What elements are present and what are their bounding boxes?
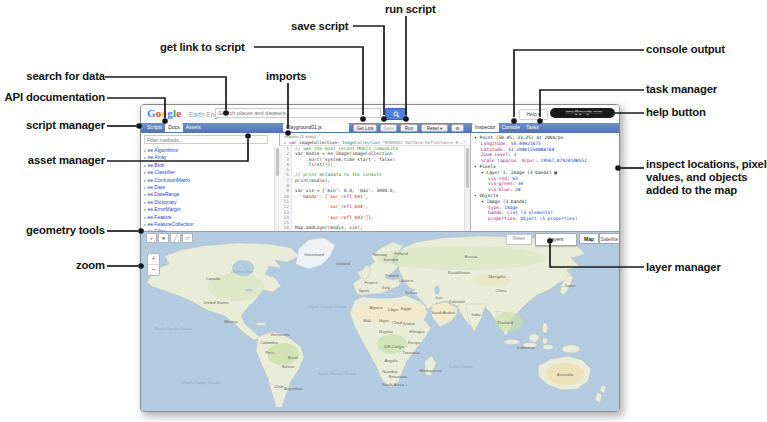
callout-inspect-map: inspect locations, pixel values, and obj… bbox=[646, 158, 767, 197]
svg-text:Greenland: Greenland bbox=[304, 252, 324, 257]
help-button[interactable]: Help ▾ bbox=[519, 109, 548, 120]
imports-variable-line[interactable]: ▸ var imageCollection: ImageCollection "… bbox=[284, 140, 470, 146]
filter-methods-input[interactable] bbox=[144, 135, 268, 144]
tab-assets[interactable]: Assets bbox=[183, 123, 204, 132]
maptype-satellite-button[interactable]: Satellite bbox=[599, 233, 620, 244]
tab-inspector[interactable]: Inspector bbox=[472, 123, 499, 132]
svg-text:Iceland: Iceland bbox=[336, 261, 350, 266]
zoom-control: + − bbox=[147, 253, 160, 276]
svg-text:Colombia: Colombia bbox=[260, 340, 278, 345]
layers-button[interactable]: Layers bbox=[535, 233, 577, 246]
callout-api-documentation: API documentation bbox=[0, 91, 105, 104]
svg-text:Tanzania: Tanzania bbox=[403, 350, 420, 355]
svg-text:Mongolia: Mongolia bbox=[489, 274, 507, 279]
svg-text:Indonesia: Indonesia bbox=[517, 345, 536, 350]
svg-text:Finland: Finland bbox=[394, 251, 408, 256]
docs-list-item[interactable]: ▸ ee.Algorithms bbox=[144, 147, 270, 154]
svg-text:Turkey: Turkey bbox=[405, 290, 419, 295]
polygon-tool[interactable]: ▱ bbox=[182, 233, 193, 243]
svg-text:Egypt: Egypt bbox=[401, 306, 413, 311]
docs-list-item[interactable]: ▸ ee.DateRange bbox=[144, 191, 270, 198]
svg-text:DR Congo: DR Congo bbox=[384, 344, 404, 349]
docs-list-item[interactable]: ▸ ee.Blob bbox=[144, 162, 270, 169]
point-tool[interactable]: ● bbox=[158, 233, 169, 243]
svg-text:Botswana: Botswana bbox=[389, 374, 408, 379]
world-map[interactable]: GreenlandIcelandCanadaHudson BayUnited S… bbox=[141, 232, 619, 412]
svg-text:Hudson Bay: Hudson Bay bbox=[230, 269, 253, 274]
zoom-in-button[interactable]: + bbox=[148, 254, 159, 265]
svg-text:Pakistan: Pakistan bbox=[449, 299, 466, 304]
svg-text:Spain: Spain bbox=[359, 288, 370, 293]
svg-text:Argentina: Argentina bbox=[284, 386, 303, 391]
earth-engine-window: Google Earth Engine Help ▾ name@google.c… bbox=[140, 104, 620, 412]
svg-text:Bolivia: Bolivia bbox=[282, 364, 295, 369]
save-button[interactable]: Save bbox=[380, 124, 397, 132]
tab-console[interactable]: Console bbox=[499, 123, 523, 132]
svg-text:Kazakhstan: Kazakhstan bbox=[448, 270, 471, 275]
svg-text:Sweden: Sweden bbox=[383, 257, 399, 262]
tab-script-filename[interactable]: Playground01.js bbox=[283, 123, 349, 132]
docs-list-item[interactable]: ▸ ee.ConfusionMatrix bbox=[144, 177, 270, 184]
pan-hand-tool[interactable]: + bbox=[146, 233, 157, 243]
tab-docs[interactable]: Docs bbox=[165, 123, 182, 132]
svg-text:Brazil: Brazil bbox=[288, 355, 299, 360]
svg-text:Sudan: Sudan bbox=[403, 321, 416, 326]
imports-section[interactable]: Imports (1 entry) ▸ var imageCollection:… bbox=[280, 133, 470, 146]
figure-canvas: Google Earth Engine Help ▾ name@google.c… bbox=[0, 0, 767, 422]
line-tool[interactable]: ╱ bbox=[170, 233, 181, 243]
settings-gear-icon[interactable]: ⚙ bbox=[451, 124, 464, 132]
callout-zoom: zoom bbox=[0, 259, 105, 272]
docs-list-item[interactable]: ▸ ee.Array bbox=[144, 154, 270, 161]
callout-run-script: run script bbox=[385, 3, 436, 16]
docs-list-item[interactable]: ▸ ee.Date bbox=[144, 184, 270, 191]
account-button[interactable]: name@google.com bbox=[550, 108, 615, 118]
maptype-map-button[interactable]: Map bbox=[579, 233, 599, 244]
search-input[interactable] bbox=[215, 108, 381, 118]
callout-task-manager: task manager bbox=[646, 83, 717, 96]
code-lines[interactable]: 1// use the most recent MODIS composite2… bbox=[280, 146, 470, 231]
svg-text:Saudi Arabia: Saudi Arabia bbox=[431, 310, 455, 315]
docs-list-item[interactable]: ▸ ee.Classifier bbox=[144, 169, 270, 176]
svg-text:Niger: Niger bbox=[379, 318, 390, 323]
callout-imports: imports bbox=[266, 70, 306, 83]
tab-tasks[interactable]: Tasks bbox=[523, 123, 542, 132]
svg-text:Australia: Australia bbox=[557, 372, 574, 377]
top-bar: Google Earth Engine Help ▾ name@google.c… bbox=[141, 105, 619, 124]
svg-text:Japan: Japan bbox=[564, 283, 576, 288]
svg-text:Poland: Poland bbox=[385, 273, 399, 278]
docs-list-item[interactable]: ▸ ee.Feature bbox=[144, 214, 270, 221]
docs-list-item[interactable]: ▸ ee.Dictionary bbox=[144, 199, 270, 206]
zoom-out-button[interactable]: − bbox=[148, 265, 159, 275]
svg-text:Libya: Libya bbox=[388, 307, 399, 312]
svg-text:United States: United States bbox=[203, 300, 228, 305]
svg-text:Mali: Mali bbox=[363, 318, 371, 323]
inspector-tree: ▾ Point (50.45, 33.25) at 20km/pxLongitu… bbox=[471, 135, 619, 222]
docs-list-item[interactable]: ▸ ee.ErrorMargin bbox=[144, 206, 270, 213]
svg-text:Iran: Iran bbox=[435, 295, 443, 300]
map-reset-button[interactable]: Reset bbox=[506, 234, 532, 245]
docs-panel: ▸ ee.Algorithms▸ ee.Array▸ ee.Blob▸ ee.C… bbox=[141, 133, 280, 231]
code-editor-panel[interactable]: Imports (1 entry) ▸ var imageCollection:… bbox=[280, 133, 471, 231]
docs-list-item[interactable]: ▸ ee.FeatureCollection bbox=[144, 221, 270, 228]
callout-console-output: console output bbox=[646, 43, 725, 56]
svg-text:Indian Ocean: Indian Ocean bbox=[448, 364, 474, 369]
code-scrollbar[interactable] bbox=[464, 146, 470, 231]
svg-text:Ethiopia: Ethiopia bbox=[409, 329, 425, 334]
svg-text:Mexico: Mexico bbox=[224, 319, 238, 324]
svg-text:Russia: Russia bbox=[465, 254, 478, 259]
svg-text:Italy: Italy bbox=[382, 285, 391, 290]
search-button[interactable] bbox=[385, 108, 407, 120]
tab-scripts[interactable]: Scripts bbox=[144, 123, 165, 132]
map-container: GreenlandIcelandCanadaHudson BayUnited S… bbox=[141, 231, 619, 412]
search-icon bbox=[393, 111, 400, 118]
svg-text:South Pacific Ocean: South Pacific Ocean bbox=[183, 380, 221, 385]
reset-button[interactable]: Reset ▾ bbox=[421, 124, 448, 132]
code-line[interactable]: 16Map.addLayer(modis, vis); bbox=[280, 225, 470, 230]
svg-text:North Pacific Ocean: North Pacific Ocean bbox=[153, 326, 192, 331]
geometry-toolbar: +●╱▱ bbox=[146, 233, 193, 243]
get-link-button[interactable]: Get Link bbox=[353, 124, 377, 132]
svg-text:North Atlantic Ocean: North Atlantic Ocean bbox=[307, 304, 347, 309]
callout-save-script: save script bbox=[291, 20, 348, 33]
run-button[interactable]: Run bbox=[400, 124, 418, 132]
docs-list: ▸ ee.Algorithms▸ ee.Array▸ ee.Blob▸ ee.C… bbox=[144, 147, 270, 243]
